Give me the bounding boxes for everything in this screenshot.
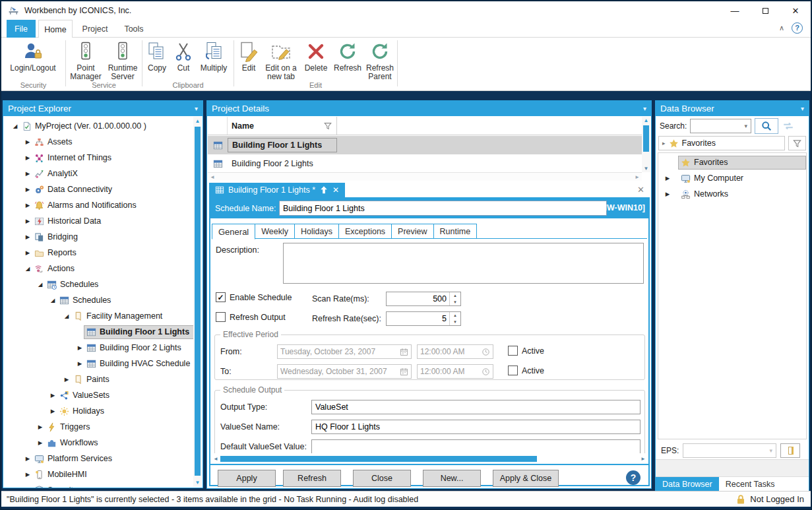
minimize-button[interactable]: — xyxy=(720,1,750,20)
spin-down-icon[interactable]: ▼ xyxy=(450,299,460,305)
expander-icon[interactable]: ▶ xyxy=(24,186,32,193)
output-type-input[interactable] xyxy=(311,400,640,414)
expander-icon[interactable]: ▶ xyxy=(24,154,32,161)
tab-weekly[interactable]: Weekly xyxy=(255,224,295,239)
tree-item-mobilehmi[interactable]: ▶MobileHMI xyxy=(3,466,193,482)
expander-icon[interactable]: ▶ xyxy=(76,344,84,351)
grid-horizontal-scrollbar[interactable]: ◄ ► xyxy=(208,172,642,181)
tree-item-bridging[interactable]: ▶Bridging xyxy=(3,229,193,245)
tree-vertical-scrollbar[interactable]: ▲ ▼ xyxy=(193,117,202,487)
close-button[interactable]: ✕ xyxy=(780,1,811,20)
runtime-server-button[interactable]: Runtime Server xyxy=(106,40,140,81)
tab-file[interactable]: File xyxy=(7,20,36,38)
scroll-up-icon[interactable]: ▲ xyxy=(642,117,650,123)
tree-item-triggers[interactable]: ▶Triggers xyxy=(3,419,193,435)
schedule-name-input[interactable] xyxy=(279,201,607,216)
tab-data-browser[interactable]: Data Browser xyxy=(656,477,719,491)
expander-icon[interactable]: ▶ xyxy=(24,471,32,478)
tree-item-building-floor-1-lights[interactable]: Building Floor 1 Lights xyxy=(3,324,193,340)
tab-recent-tasks[interactable]: Recent Tasks xyxy=(719,477,782,491)
tab-general[interactable]: General xyxy=(212,224,255,239)
scroll-right-icon[interactable]: ► xyxy=(635,173,640,181)
promote-tab-icon[interactable] xyxy=(319,185,328,195)
tree-item-platform-services[interactable]: ▶Platform Services xyxy=(3,451,193,466)
expander-icon[interactable]: ▶ xyxy=(76,360,84,367)
breadcrumb-caret-icon[interactable]: ▸ xyxy=(662,140,666,146)
ribbon-collapse-icon[interactable]: ∧ xyxy=(779,24,784,32)
filter-button[interactable] xyxy=(788,136,806,150)
spin-down-icon[interactable]: ▼ xyxy=(450,319,460,325)
refresh-rate-input[interactable] xyxy=(387,312,449,325)
filter-icon[interactable] xyxy=(323,121,332,131)
tree-item-alarms[interactable]: ▶Alarms and Notifications xyxy=(3,197,193,213)
spin-up-icon[interactable]: ▲ xyxy=(450,292,460,299)
expander-icon[interactable]: ▶ xyxy=(24,218,32,224)
expander-icon[interactable]: ▶ xyxy=(49,408,57,414)
grid-row-building-floor-2-lights[interactable]: Building Floor 2 Lights xyxy=(208,154,642,173)
apply-button[interactable]: Apply xyxy=(218,470,276,487)
expander-icon[interactable]: ▶ xyxy=(24,139,32,145)
tab-preview[interactable]: Preview xyxy=(392,224,433,239)
expander-icon[interactable]: ▶ xyxy=(63,376,71,383)
close-editor-button[interactable]: Close xyxy=(353,470,411,487)
point-manager-button[interactable]: Point Manager xyxy=(69,40,103,81)
expander-icon[interactable]: ▶ xyxy=(24,202,32,208)
tab-project[interactable]: Project xyxy=(75,20,115,38)
search-input[interactable]: ▾ xyxy=(690,119,751,133)
tree-item-analytix[interactable]: ▶AnalytiX xyxy=(3,166,193,181)
expander-icon[interactable]: ▶ xyxy=(36,439,44,446)
tree-item-holidays[interactable]: ▶Holidays xyxy=(3,403,193,419)
scroll-down-icon[interactable]: ▼ xyxy=(193,480,202,486)
close-tab-icon[interactable]: ✕ xyxy=(332,185,339,195)
column-header-name[interactable]: Name xyxy=(228,117,337,135)
delete-button[interactable]: Delete xyxy=(301,40,330,73)
scroll-left-icon[interactable]: ◄ xyxy=(210,173,215,181)
expander-icon[interactable]: ▶ xyxy=(24,455,32,462)
chevron-down-icon[interactable]: ▾ xyxy=(741,123,751,129)
login-logout-button[interactable]: Login/Logout xyxy=(4,40,62,73)
scrollbar-thumb[interactable] xyxy=(643,125,649,152)
scroll-up-icon[interactable]: ▲ xyxy=(193,118,202,124)
scrollbar-thumb[interactable] xyxy=(220,456,537,462)
tree-item-reports[interactable]: ▶Reports xyxy=(3,245,193,261)
tree-item-schedules[interactable]: ◢Schedules xyxy=(3,276,193,292)
checkbox-unchecked-icon[interactable] xyxy=(508,346,518,356)
new-button[interactable]: New... xyxy=(423,470,481,487)
edit-button[interactable]: Edit xyxy=(237,40,261,73)
tab-runtime[interactable]: Runtime xyxy=(434,224,478,239)
tree-item-building-hvac-schedule[interactable]: ▶Building HVAC Schedule xyxy=(3,356,193,371)
tree-item-facility-management[interactable]: ◢Facility Management xyxy=(3,308,193,324)
tree-item-assets[interactable]: ▶Assets xyxy=(3,134,193,150)
refresh-rate-stepper[interactable]: ▲▼ xyxy=(386,311,461,326)
tree-item-my-computer[interactable]: ▶ My Computer xyxy=(658,170,806,186)
grid-vertical-scrollbar[interactable]: ▲ ▼ xyxy=(642,117,650,172)
tree-item-schedules-2[interactable]: ◢Schedules xyxy=(3,292,193,308)
edit-new-tab-button[interactable]: Edit on a new tab xyxy=(262,40,300,81)
expander-icon[interactable]: ▶ xyxy=(36,424,44,430)
checkbox-unchecked-icon[interactable] xyxy=(508,366,518,375)
tree-item-networks[interactable]: ▶ Networks xyxy=(658,186,806,202)
maximize-button[interactable] xyxy=(750,1,780,20)
tab-exceptions[interactable]: Exceptions xyxy=(339,224,392,239)
refresh-button[interactable]: Refresh xyxy=(332,40,363,73)
checkbox-checked-icon[interactable]: ✓ xyxy=(216,292,226,302)
multiply-button[interactable]: Multiply xyxy=(195,40,232,73)
expander-icon[interactable]: ◢ xyxy=(11,123,19,129)
expander-icon[interactable]: ◢ xyxy=(49,297,57,303)
scan-rate-input[interactable] xyxy=(387,292,449,305)
scrollbar-thumb[interactable] xyxy=(195,127,201,476)
valueset-name-input[interactable] xyxy=(311,420,640,434)
search-button[interactable] xyxy=(755,118,778,134)
tab-tools[interactable]: Tools xyxy=(117,20,150,38)
editor-horizontal-scrollbar[interactable]: ◄ ► xyxy=(212,455,647,463)
scan-rate-stepper[interactable]: ▲▼ xyxy=(386,292,461,306)
default-valueset-value-input[interactable] xyxy=(311,439,640,453)
breadcrumb[interactable]: ▸ Favorites xyxy=(658,136,785,150)
scroll-down-icon[interactable]: ▼ xyxy=(642,166,650,172)
copy-button[interactable]: Copy xyxy=(144,40,170,73)
expander-icon[interactable]: ▶ xyxy=(24,170,32,177)
expander-icon[interactable]: ◢ xyxy=(36,281,44,288)
panel-menu-icon[interactable]: ▾ xyxy=(195,105,198,112)
description-input[interactable] xyxy=(283,243,644,284)
tab-holidays[interactable]: Holidays xyxy=(295,224,339,239)
